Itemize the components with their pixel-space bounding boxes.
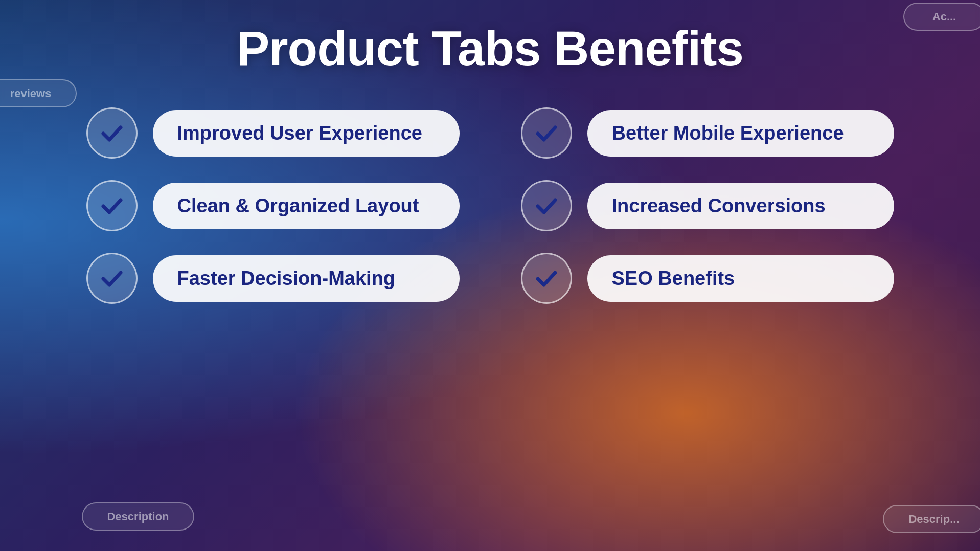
checkmark-icon-2 <box>534 120 559 146</box>
benefit-row-conversions: Increased Conversions <box>521 180 894 231</box>
benefit-text-6: SEO Benefits <box>612 268 735 290</box>
checkmark-icon-5 <box>99 266 125 291</box>
benefit-label-6: SEO Benefits <box>587 255 894 302</box>
benefit-label-1: Improved User Experience <box>153 110 460 157</box>
checkmark-icon-6 <box>534 266 559 291</box>
benefit-row-decision: Faster Decision-Making <box>86 253 460 304</box>
benefit-text-2: Better Mobile Experience <box>612 122 844 144</box>
benefit-text-5: Faster Decision-Making <box>177 268 396 290</box>
check-circle-1 <box>86 107 138 159</box>
page-title: Product Tabs Benefits <box>237 20 743 77</box>
benefit-text-3: Clean & Organized Layout <box>177 195 419 217</box>
checkmark-icon-4 <box>534 193 559 218</box>
benefit-text-4: Increased Conversions <box>612 195 826 217</box>
benefit-row-improved-ux: Improved User Experience <box>86 107 460 159</box>
benefit-label-2: Better Mobile Experience <box>587 110 894 157</box>
benefit-label-3: Clean & Organized Layout <box>153 183 460 229</box>
check-circle-5 <box>86 253 138 304</box>
check-circle-3 <box>86 180 138 231</box>
checkmark-icon-3 <box>99 193 125 218</box>
check-circle-2 <box>521 107 572 159</box>
benefit-row-organized: Clean & Organized Layout <box>86 180 460 231</box>
benefit-label-5: Faster Decision-Making <box>153 255 460 302</box>
check-circle-4 <box>521 180 572 231</box>
benefit-label-4: Increased Conversions <box>587 183 894 229</box>
benefits-grid: Improved User Experience Better Mobile E… <box>56 107 925 304</box>
checkmark-icon-1 <box>99 120 125 146</box>
benefit-text-1: Improved User Experience <box>177 122 422 144</box>
check-circle-6 <box>521 253 572 304</box>
benefit-row-mobile: Better Mobile Experience <box>521 107 894 159</box>
main-content: Product Tabs Benefits Improved User Expe… <box>0 0 980 551</box>
benefit-row-seo: SEO Benefits <box>521 253 894 304</box>
